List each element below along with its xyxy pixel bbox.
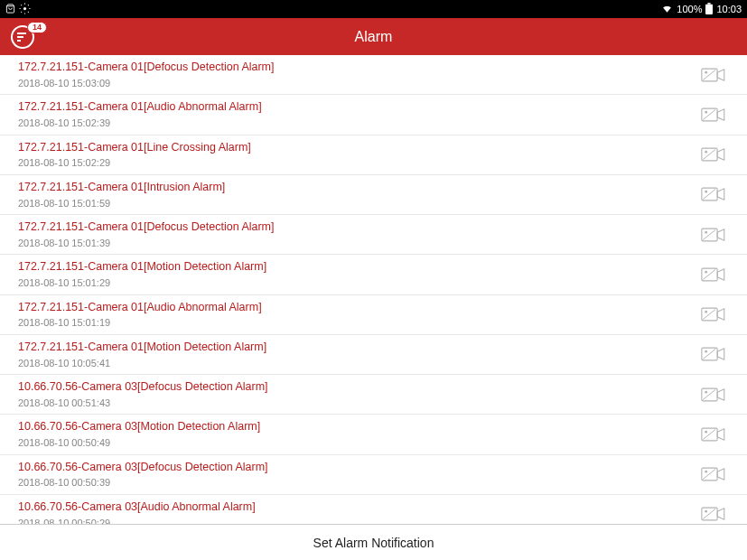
camera-snapshot-icon[interactable] [698,506,729,522]
alarm-timestamp: 2018-08-10 15:02:39 [18,116,698,131]
alarm-title: 172.7.21.151-Camera 01[Motion Detection … [18,258,698,275]
alarm-title: 172.7.21.151-Camera 01[Line Crossing Ala… [18,139,698,156]
alarm-timestamp: 2018-08-10 10:05:41 [18,356,698,371]
svg-point-10 [705,191,707,193]
alarm-item[interactable]: 172.7.21.151-Camera 01[Defocus Detection… [0,55,747,95]
alarm-text: 172.7.21.151-Camera 01[Intrusion Alarm]2… [18,179,698,210]
alarm-text: 172.7.21.151-Camera 01[Motion Detection … [18,258,698,290]
alarm-timestamp: 2018-08-10 00:50:39 [18,475,698,490]
menu-icon: 14 [11,25,34,49]
svg-point-12 [705,230,707,233]
svg-point-24 [705,471,707,473]
battery-percent: 100% [677,4,702,14]
alarm-title: 172.7.21.151-Camera 01[Audio Abnormal Al… [18,299,698,316]
shopping-bag-icon [5,4,15,15]
alarm-list[interactable]: 172.7.21.151-Camera 01[Defocus Detection… [0,55,747,524]
alarm-timestamp: 2018-08-10 15:01:29 [18,275,698,291]
camera-snapshot-icon[interactable] [698,227,729,243]
clock-text: 10:03 [716,4,742,14]
svg-rect-1 [705,4,713,14]
alarm-item[interactable]: 10.66.70.56-Camera 03[Motion Detection A… [0,415,747,454]
alarm-title: 10.66.70.56-Camera 03[Defocus Detection … [18,459,698,476]
alarm-text: 10.66.70.56-Camera 03[Motion Detection A… [18,418,698,450]
alarm-timestamp: 2018-08-10 15:02:29 [18,155,698,171]
notification-badge: 14 [27,22,47,33]
alarm-text: 10.66.70.56-Camera 03[Audio Abnormal Ala… [18,499,698,524]
battery-icon [705,3,713,16]
alarm-item[interactable]: 172.7.21.151-Camera 01[Line Crossing Ala… [0,135,747,175]
alarm-text: 10.66.70.56-Camera 03[Defocus Detection … [18,459,698,490]
svg-point-26 [705,510,707,513]
page-title: Alarm [0,29,747,45]
alarm-timestamp: 2018-08-10 00:51:43 [18,396,698,411]
alarm-title: 172.7.21.151-Camera 01[Defocus Detection… [18,59,698,76]
camera-snapshot-icon[interactable] [698,387,729,403]
wifi-icon [661,3,673,16]
alarm-title: 10.66.70.56-Camera 03[Motion Detection A… [18,418,698,435]
app-header: 14 Alarm [0,18,747,55]
alarm-text: 172.7.21.151-Camera 01[Defocus Detection… [18,59,698,90]
camera-snapshot-icon[interactable] [698,146,729,163]
camera-snapshot-icon[interactable] [698,346,729,362]
alarm-text: 10.66.70.56-Camera 03[Defocus Detection … [18,378,698,410]
alarm-timestamp: 2018-08-10 15:03:09 [18,76,698,91]
alarm-item[interactable]: 10.66.70.56-Camera 03[Defocus Detection … [0,455,747,495]
alarm-title: 10.66.70.56-Camera 03[Defocus Detection … [18,378,698,396]
svg-point-20 [705,390,707,393]
set-alarm-notification-button[interactable]: Set Alarm Notification [0,524,747,560]
alarm-text: 172.7.21.151-Camera 01[Defocus Detection… [18,219,698,250]
alarm-timestamp: 2018-08-10 15:01:39 [18,236,698,251]
alarm-title: 172.7.21.151-Camera 01[Motion Detection … [18,339,698,356]
alarm-text: 172.7.21.151-Camera 01[Motion Detection … [18,339,698,370]
alarm-item[interactable]: 172.7.21.151-Camera 01[Motion Detection … [0,335,747,375]
alarm-title: 172.7.21.151-Camera 01[Defocus Detection… [18,219,698,236]
status-bar: 100% 10:03 [0,0,747,18]
status-left [5,3,31,16]
svg-point-8 [705,151,707,154]
alarm-item[interactable]: 172.7.21.151-Camera 01[Motion Detection … [0,255,747,294]
camera-snapshot-icon[interactable] [698,67,729,83]
svg-point-18 [705,350,707,353]
alarm-timestamp: 2018-08-10 15:01:19 [18,315,698,331]
alarm-timestamp: 2018-08-10 00:50:29 [18,516,698,525]
status-right: 100% 10:03 [661,3,742,16]
alarm-title: 10.66.70.56-Camera 03[Audio Abnormal Ala… [18,499,698,516]
alarm-text: 172.7.21.151-Camera 01[Line Crossing Ala… [18,139,698,171]
camera-snapshot-icon[interactable] [698,186,729,202]
alarm-timestamp: 2018-08-10 00:50:49 [18,435,698,451]
alarm-item[interactable]: 172.7.21.151-Camera 01[Audio Abnormal Al… [0,95,747,135]
svg-point-6 [705,111,707,114]
footer-button-label: Set Alarm Notification [313,536,434,550]
svg-rect-2 [708,3,711,5]
alarm-item[interactable]: 172.7.21.151-Camera 01[Intrusion Alarm]2… [0,175,747,215]
menu-button[interactable]: 14 [11,25,34,49]
alarm-title: 172.7.21.151-Camera 01[Intrusion Alarm] [18,179,698,196]
alarm-item[interactable]: 10.66.70.56-Camera 03[Defocus Detection … [0,375,747,415]
svg-point-16 [705,311,707,313]
svg-point-14 [705,271,707,274]
alarm-item[interactable]: 172.7.21.151-Camera 01[Defocus Detection… [0,215,747,255]
svg-point-4 [705,70,707,73]
alarm-timestamp: 2018-08-10 15:01:59 [18,196,698,211]
camera-snapshot-icon[interactable] [698,466,729,482]
camera-snapshot-icon[interactable] [698,266,729,283]
camera-snapshot-icon[interactable] [698,306,729,322]
svg-point-22 [705,431,707,434]
alarm-item[interactable]: 10.66.70.56-Camera 03[Audio Abnormal Ala… [0,495,747,524]
alarm-text: 172.7.21.151-Camera 01[Audio Abnormal Al… [18,299,698,331]
svg-point-0 [23,6,26,9]
alarm-item[interactable]: 172.7.21.151-Camera 01[Audio Abnormal Al… [0,295,747,335]
camera-snapshot-icon[interactable] [698,426,729,443]
alarm-title: 172.7.21.151-Camera 01[Audio Abnormal Al… [18,98,698,116]
camera-snapshot-icon[interactable] [698,107,729,123]
settings-icon [19,3,31,16]
alarm-text: 172.7.21.151-Camera 01[Audio Abnormal Al… [18,98,698,130]
